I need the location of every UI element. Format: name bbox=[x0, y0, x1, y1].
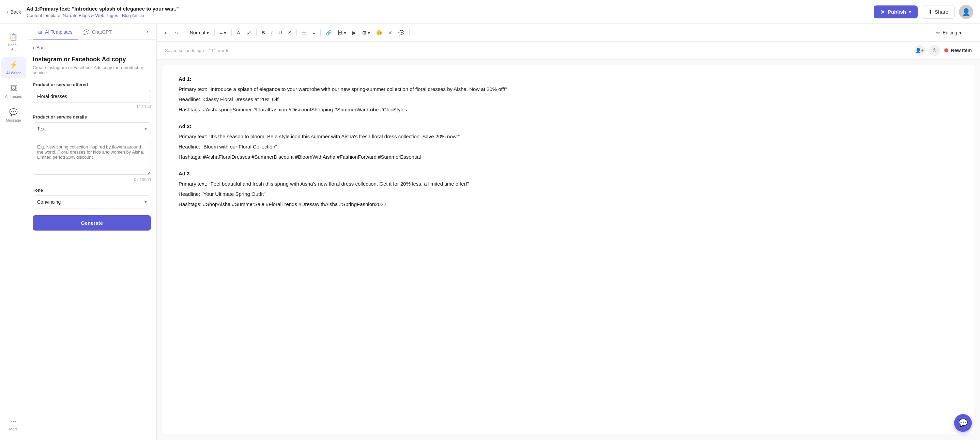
publish-icon: ➤ bbox=[880, 9, 885, 15]
bullet-list-button[interactable]: ☰ bbox=[299, 28, 309, 37]
pencil-icon: ✏ bbox=[936, 30, 940, 35]
ad-3-hashtags: Hashtags: #ShopAisha #SummerSale #Floral… bbox=[178, 200, 958, 208]
tone-select[interactable]: Convincing Professional Casual Friendly … bbox=[33, 195, 151, 208]
content-template-link[interactable]: Narrato Blogs & Web Pages - Blog Article bbox=[63, 13, 144, 18]
product-input[interactable] bbox=[33, 90, 151, 103]
panel-tabs: ⊞ AI Templates 💬 ChatGPT › bbox=[27, 24, 156, 40]
ad-3-headline: Headline: "Your Ultimate Spring Outfit" bbox=[178, 190, 958, 198]
grid-icon: ⊞ bbox=[38, 29, 42, 35]
ad-3-label: Ad 3: bbox=[178, 171, 958, 176]
toolbar-separator bbox=[184, 29, 185, 37]
panel-content: ‹ Back Instagram or Facebook Ad copy Cre… bbox=[27, 40, 156, 440]
sidebar-item-more[interactable]: ··· More bbox=[2, 414, 26, 435]
chevron-down-icon: ▾ bbox=[207, 30, 209, 35]
chat-fab-button[interactable]: 💬 bbox=[954, 414, 972, 432]
editor-status: Saved seconds ago 111 words bbox=[165, 48, 229, 53]
brief-seo-icon: 📋 bbox=[9, 33, 18, 41]
table-button[interactable]: ⊞ ▾ bbox=[360, 28, 372, 37]
italic-button[interactable]: I bbox=[269, 28, 275, 37]
details-type-select[interactable]: Text URL File bbox=[33, 122, 151, 135]
user-add-button[interactable]: 👤+ bbox=[914, 45, 925, 56]
new-item-badge: New Item bbox=[944, 48, 972, 53]
toolbar-separator bbox=[231, 29, 232, 37]
this-spring-text: this spring bbox=[266, 181, 289, 187]
chevron-down-icon: ▾ bbox=[959, 30, 962, 35]
comment-button[interactable]: 💬 bbox=[396, 28, 407, 37]
sidebar-item-message[interactable]: 💬 Message bbox=[2, 105, 26, 125]
main-layout: 📋 Brief + SEO ⚡ AI Writer 🖼 AI Images 💬 … bbox=[0, 24, 980, 440]
left-panel: ⊞ AI Templates 💬 ChatGPT › ‹ Back Instag… bbox=[27, 24, 157, 440]
chevron-left-icon: ‹ bbox=[7, 9, 8, 15]
clear-format-button[interactable]: ✕ bbox=[386, 28, 395, 37]
editor-meta-actions: 👤+ ⏱ New Item bbox=[914, 45, 972, 56]
sidebar-item-brief-seo[interactable]: 📋 Brief + SEO bbox=[2, 29, 26, 54]
ad-2-primary: Primary text: "It's the season to bloom!… bbox=[178, 132, 958, 141]
image-button[interactable]: 🖼 ▾ bbox=[335, 28, 348, 37]
panel-back-button[interactable]: ‹ Back bbox=[33, 45, 47, 51]
tab-ai-templates[interactable]: ⊞ AI Templates bbox=[33, 24, 78, 40]
share-icon: ⬆ bbox=[928, 9, 932, 15]
history-button[interactable]: ⏱ bbox=[929, 45, 940, 56]
text-color-button[interactable]: A bbox=[234, 28, 242, 37]
ad-1-label: Ad 1: bbox=[178, 76, 958, 82]
ad-block-3: Ad 3: Primary text: "Feel beautiful and … bbox=[178, 171, 958, 208]
tone-select-wrapper: Convincing Professional Casual Friendly … bbox=[33, 195, 151, 208]
ad-1-hashtags: Hashtags: #AishaspringSummer #FloralFash… bbox=[178, 106, 958, 114]
ad-2-hashtags: Hashtags: #AishaFloralDresses #SummerDis… bbox=[178, 153, 958, 161]
toolbar-separator bbox=[296, 29, 297, 37]
ordered-list-button[interactable]: ≡ bbox=[310, 28, 318, 37]
ad-2-headline: Headline: "Bloom with our Floral Collect… bbox=[178, 143, 958, 151]
sidebar-item-ai-images[interactable]: 🖼 AI Images bbox=[2, 81, 26, 102]
details-textarea[interactable] bbox=[33, 141, 151, 175]
page-title: Ad 1:Primary text: "Introduce splash of … bbox=[27, 6, 179, 11]
limited-time-text: limited time bbox=[428, 181, 454, 187]
align-button[interactable]: ≡ ▾ bbox=[217, 28, 229, 37]
editor-content[interactable]: Ad 1: Primary text: "Introduce a splash … bbox=[162, 65, 975, 435]
more-options-button[interactable]: ⋯ bbox=[963, 27, 975, 38]
status-dot bbox=[944, 48, 948, 52]
panel-section-sub: Create Instagram or Facebook Ads copy fo… bbox=[33, 65, 151, 75]
style-dropdown[interactable]: Normal ▾ bbox=[187, 28, 212, 37]
ad-1-headline: Headline: "Classy Floral Dresses at 20% … bbox=[178, 95, 958, 103]
tab-chatgpt[interactable]: 💬 ChatGPT bbox=[78, 24, 117, 40]
details-label: Product or service details bbox=[33, 114, 151, 119]
underline-button[interactable]: U bbox=[276, 28, 285, 37]
content-template-line: Content template: Narrato Blogs & Web Pa… bbox=[27, 13, 179, 18]
bold-button[interactable]: B bbox=[259, 28, 267, 37]
editor-meta: Saved seconds ago 111 words 👤+ ⏱ New Ite… bbox=[157, 41, 980, 60]
editor-area: ↩ ↪ Normal ▾ ≡ ▾ A 🖊 B I U S ☰ ≡ 🔗 🖼 ▾ ▶ bbox=[157, 24, 980, 440]
panel-section-title: Instagram or Facebook Ad copy bbox=[33, 56, 151, 63]
highlight-button[interactable]: 🖊 bbox=[244, 28, 253, 37]
ad-2-label: Ad 2: bbox=[178, 123, 958, 129]
more-icon: ··· bbox=[11, 417, 16, 425]
emoji-button[interactable]: 😊 bbox=[374, 28, 384, 37]
avatar[interactable]: 👤 bbox=[959, 5, 973, 19]
sidebar-item-ai-writer[interactable]: ⚡ AI Writer bbox=[2, 57, 26, 78]
toolbar-separator bbox=[409, 29, 410, 37]
editing-badge[interactable]: ✏ Editing ▾ bbox=[936, 30, 962, 35]
ad-3-primary: Primary text: "Feel beautiful and fresh … bbox=[178, 180, 958, 188]
ad-1-primary: Primary text: "Introduce a splash of ele… bbox=[178, 85, 958, 93]
topbar-actions: ➤ Publish ▾ ⬆ Share 👤 bbox=[874, 5, 973, 19]
ad-block-1: Ad 1: Primary text: "Introduce a splash … bbox=[178, 76, 958, 114]
link-button[interactable]: 🔗 bbox=[323, 28, 334, 37]
share-button[interactable]: ⬆ Share bbox=[922, 5, 955, 19]
product-label: Product or service offered bbox=[33, 82, 151, 87]
panel-collapse-button[interactable]: › bbox=[143, 24, 151, 39]
topbar: ‹ Back Ad 1:Primary text: "Introduce spl… bbox=[0, 0, 980, 24]
redo-button[interactable]: ↪ bbox=[172, 28, 181, 37]
strikethrough-button[interactable]: S bbox=[286, 28, 294, 37]
ai-images-icon: 🖼 bbox=[10, 84, 17, 92]
play-button[interactable]: ▶ bbox=[350, 28, 358, 37]
generate-button[interactable]: Generate bbox=[33, 215, 151, 230]
undo-button[interactable]: ↩ bbox=[162, 28, 171, 37]
ad-block-2: Ad 2: Primary text: "It's the season to … bbox=[178, 123, 958, 161]
ai-writer-icon: ⚡ bbox=[9, 60, 18, 69]
page-title-block: Ad 1:Primary text: "Introduce splash of … bbox=[27, 6, 179, 18]
publish-button[interactable]: ➤ Publish ▾ bbox=[874, 5, 918, 18]
back-button[interactable]: ‹ Back bbox=[7, 9, 21, 15]
message-icon: 💬 bbox=[9, 108, 18, 116]
toolbar-separator bbox=[214, 29, 215, 37]
details-char-count: 0 / 10000 bbox=[33, 178, 151, 182]
editor-toolbar: ↩ ↪ Normal ▾ ≡ ▾ A 🖊 B I U S ☰ ≡ 🔗 🖼 ▾ ▶ bbox=[157, 24, 980, 41]
